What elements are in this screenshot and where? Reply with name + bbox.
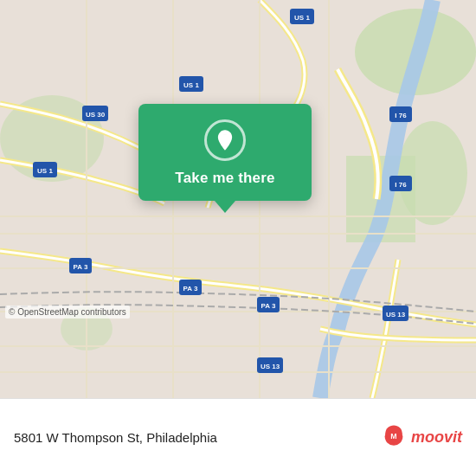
svg-text:PA 3: PA 3 xyxy=(261,302,276,310)
map-attribution: © OpenStreetMap contributors xyxy=(5,306,130,318)
svg-text:US 30: US 30 xyxy=(86,111,106,119)
take-me-there-button[interactable]: Take me there xyxy=(175,170,274,187)
map-view: US 1 US 30 US 1 US 1 I 76 I 76 PA 3 PA 3… xyxy=(0,0,476,398)
moovit-icon: M xyxy=(380,424,408,452)
svg-text:US 13: US 13 xyxy=(261,363,280,370)
svg-text:US 13: US 13 xyxy=(386,311,406,318)
svg-text:US 1: US 1 xyxy=(183,81,199,89)
svg-text:US 1: US 1 xyxy=(294,14,310,22)
location-icon-wrapper xyxy=(204,119,246,161)
location-pin-icon xyxy=(213,128,237,152)
address-label: 5801 W Thompson St, Philadelphia xyxy=(14,430,370,445)
bottom-info-bar: 5801 W Thompson St, Philadelphia M moovi… xyxy=(0,398,476,476)
moovit-logo: M moovit xyxy=(380,424,462,452)
svg-text:US 1: US 1 xyxy=(37,167,53,175)
svg-text:I 76: I 76 xyxy=(395,112,407,119)
svg-text:PA 3: PA 3 xyxy=(183,285,198,293)
location-popup: Take me there xyxy=(138,104,312,201)
svg-text:PA 3: PA 3 xyxy=(74,263,88,271)
moovit-label: moovit xyxy=(411,428,462,447)
svg-text:I 76: I 76 xyxy=(395,181,407,189)
svg-text:M: M xyxy=(390,431,396,440)
